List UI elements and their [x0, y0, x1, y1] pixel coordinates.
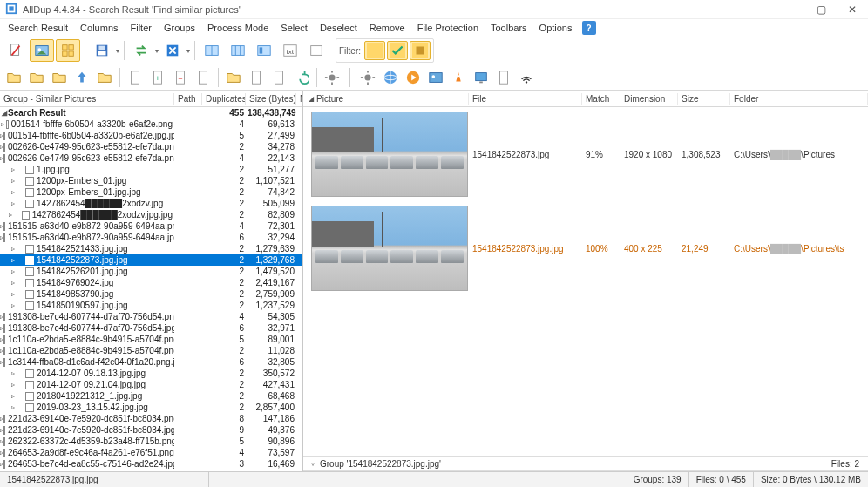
preview-row[interactable]: 1541842522873.jpg91%1920 x 10801,308,523…: [303, 107, 868, 201]
section-row[interactable]: ◢Search Result 455 138,438,749: [0, 107, 302, 118]
menu-columns[interactable]: Columns: [74, 21, 124, 35]
result-row[interactable]: ▹1200px-Embers_01.jpg.jpg274,842: [0, 186, 302, 198]
document-icon[interactable]: [125, 68, 146, 87]
undo-icon[interactable]: [291, 68, 312, 87]
row-checkbox[interactable]: [3, 415, 5, 423]
menu-file-protection[interactable]: File Protection: [411, 21, 485, 35]
menu-process-mode[interactable]: Process Mode: [201, 21, 275, 35]
menu-deselect[interactable]: Deselect: [314, 21, 363, 35]
document-arrow-icon[interactable]: [268, 68, 289, 87]
row-checkbox[interactable]: [25, 166, 34, 174]
result-row[interactable]: ▹151515-a63d40-e9b872-90a959-6494aa.jpg.…: [0, 232, 302, 243]
menu-remove[interactable]: Remove: [363, 21, 411, 35]
result-row[interactable]: ▹1541842522873.jpg.jpg21,329,768: [0, 254, 302, 266]
result-row[interactable]: ▹001514-fbfffe-6b0504-a3320b-e6af2e.png4…: [0, 118, 302, 130]
row-checkbox[interactable]: [22, 211, 30, 220]
result-row[interactable]: ▹191308-be7c4d-607744-d7af70-756d54.png4…: [0, 311, 302, 322]
row-checkbox[interactable]: [25, 245, 34, 254]
col-rsize[interactable]: Size: [678, 93, 730, 105]
menu-search-result[interactable]: Search Result: [2, 21, 74, 35]
folder-plus-icon[interactable]: [26, 68, 47, 87]
col-path[interactable]: Path: [174, 93, 202, 105]
menu-options[interactable]: Options: [533, 21, 579, 35]
result-row[interactable]: ▹1541850190597.jpg.jpg21,237,529: [0, 300, 302, 311]
preview-row[interactable]: 1541842522873.jpg.jpg100%400 x 22521,249…: [303, 201, 868, 295]
col-size[interactable]: Size (Bytes): [246, 93, 296, 105]
col-picture[interactable]: Picture: [316, 94, 343, 104]
row-checkbox[interactable]: [25, 279, 34, 287]
filter3-icon[interactable]: [410, 41, 431, 60]
filter2-icon[interactable]: [387, 41, 408, 60]
row-checkbox[interactable]: [3, 132, 5, 140]
folder-minus-icon[interactable]: [49, 68, 70, 87]
result-row[interactable]: ▹264653-be7c4d-ea8c55-c75146-ad2e24.jpg.…: [0, 458, 302, 470]
overflow-icon[interactable]: ⋯: [304, 39, 329, 62]
result-row[interactable]: ▹001514-fbfffe-6b0504-a3320b-e6af2e.jpg.…: [0, 130, 302, 141]
result-row[interactable]: ▹221d23-69140e-7e5920-dc851f-bc8034.jpg.…: [0, 424, 302, 436]
preview-thumb[interactable]: [311, 112, 468, 197]
result-row[interactable]: ▹1.jpg.jpg251,277: [0, 164, 302, 175]
result-row[interactable]: ▹1c110a-e2bda5-e8884c-9b4915-a5704f.png.…: [0, 345, 302, 356]
save-icon[interactable]: [90, 39, 114, 62]
result-row[interactable]: ▹1427862454██████2xodzv.jpg2505,099: [0, 198, 302, 209]
row-checkbox[interactable]: [3, 437, 5, 446]
result-row[interactable]: ▹1541842526201.jpg.jpg21,479,520: [0, 266, 302, 277]
menu-toolbars[interactable]: Toolbars: [485, 21, 533, 35]
menu-filter[interactable]: Filter: [125, 21, 158, 35]
result-row[interactable]: ▹1427862454██████2xodzv.jpg.jpg282,809: [0, 209, 302, 220]
row-checkbox[interactable]: [3, 426, 5, 435]
up-icon[interactable]: [71, 68, 92, 87]
layout-small-icon[interactable]: [252, 39, 276, 62]
result-row[interactable]: ▹1541842521433.jpg.jpg21,279,639: [0, 243, 302, 254]
play-orange-icon[interactable]: [403, 68, 424, 87]
row-checkbox[interactable]: [3, 347, 5, 355]
result-row[interactable]: ▹1c110a-e2bda5-e8884c-9b4915-a5704f.png5…: [0, 334, 302, 345]
text-mode-icon[interactable]: txt: [278, 39, 302, 62]
preview-body[interactable]: 1541842522873.jpg91%1920 x 10801,308,523…: [303, 107, 868, 456]
gear-icon[interactable]: [357, 68, 378, 87]
col-match[interactable]: Match: [296, 93, 303, 105]
folder-new-icon[interactable]: [3, 68, 24, 87]
grid-view-icon[interactable]: [56, 39, 80, 62]
unknown1-icon[interactable]: [193, 68, 214, 87]
group-expander[interactable]: ▿ Group '1541842522873.jpg.jpg' Files: 2: [303, 456, 868, 471]
result-row[interactable]: ▹2014-12-07 09.18.13.jpg.jpg2350,572: [0, 368, 302, 379]
globe-icon[interactable]: [380, 68, 401, 87]
row-checkbox[interactable]: [25, 301, 34, 310]
result-row[interactable]: ▹264653-2a9d8f-e9c46a-f4a261-e76f51.png4…: [0, 447, 302, 458]
maximize-button[interactable]: ▢: [805, 0, 837, 19]
result-row[interactable]: ▹20180419221312_1.jpg.jpg268,468: [0, 390, 302, 402]
col-dim[interactable]: Dimension: [620, 93, 678, 105]
result-row[interactable]: ▹2019-03-23_13.15.42.jpg.jpg22,857,400: [0, 402, 302, 413]
col-match[interactable]: Match: [582, 93, 620, 105]
folder-drop-icon[interactable]: [223, 68, 244, 87]
row-checkbox[interactable]: [25, 471, 34, 472]
row-checkbox[interactable]: [25, 267, 34, 276]
col-folder[interactable]: Folder: [730, 93, 868, 105]
document-minus-icon[interactable]: −: [170, 68, 191, 87]
transfer-icon[interactable]: [129, 39, 153, 62]
layout-wide-icon[interactable]: [200, 39, 224, 62]
row-checkbox[interactable]: [25, 256, 34, 265]
result-row[interactable]: ▹1541849853790.jpg22,759,909: [0, 288, 302, 300]
result-row[interactable]: ▹1c3144-ffba08-d1c6ad-f42c04-0f1a20.png.…: [0, 356, 302, 368]
row-checkbox[interactable]: [25, 369, 34, 378]
result-row[interactable]: ▹262322-63372c-4d5359-b23a48-ff715b.png5…: [0, 436, 302, 447]
col-file[interactable]: File: [469, 93, 582, 105]
row-checkbox[interactable]: [3, 460, 5, 469]
settings-icon[interactable]: [322, 68, 342, 87]
row-checkbox[interactable]: [3, 222, 5, 231]
results-body[interactable]: ◢Search Result 455 138,438,749 ▹001514-f…: [0, 107, 302, 471]
row-checkbox[interactable]: [25, 392, 34, 401]
result-row[interactable]: ▹1200px-Embers_01.jpg21,107,521: [0, 175, 302, 186]
menu-select[interactable]: Select: [275, 21, 314, 35]
row-checkbox[interactable]: [3, 233, 5, 242]
screen-icon[interactable]: [471, 68, 492, 87]
result-row[interactable]: ▹151515-a63d40-e9b872-90a959-6494aa.png4…: [0, 220, 302, 232]
document-delete-icon[interactable]: [3, 39, 28, 62]
close-button[interactable]: ✕: [837, 0, 868, 19]
document-plus-icon[interactable]: +: [147, 68, 168, 87]
row-checkbox[interactable]: [3, 143, 5, 152]
result-row[interactable]: ▹002626-0e4749-95c623-e55812-efe7da.png.…: [0, 152, 302, 164]
minimize-button[interactable]: ─: [774, 0, 805, 19]
